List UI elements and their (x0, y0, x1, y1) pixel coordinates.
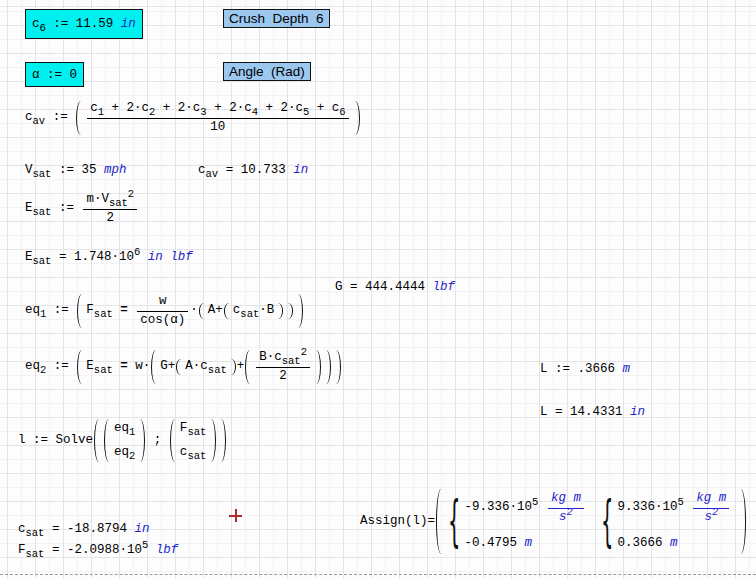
math-run: cav = 10.733 in (198, 163, 308, 179)
math-run: -9.336·105 (465, 500, 546, 516)
math-run: A+ (208, 303, 223, 319)
paren-right (325, 350, 331, 384)
math-run: csat·B (233, 303, 274, 319)
math-run: 0.3666 m (617, 536, 677, 552)
math-run: Fsat = -2.0988·105 lbf (18, 543, 178, 559)
math-run: csat (180, 445, 206, 461)
region-cav-definition[interactable]: cav := c1 + 2·c2 + 2·c3 + 2·c4 + 2·c5 + … (25, 101, 361, 135)
math-run: Esat := (25, 201, 81, 217)
vector-column: eq1 eq2 (113, 419, 136, 462)
solution-column: -9.336·105 kg m s2 -0.4795 m (464, 489, 587, 554)
brace-left: { (601, 493, 613, 549)
math-run: A·csat (185, 359, 226, 375)
fraction-bar (87, 118, 348, 119)
paren-right (297, 294, 303, 328)
paren-right (139, 419, 145, 462)
paren-right (740, 489, 746, 554)
paren-group: B·csat2 2 (245, 350, 321, 384)
paren-group: Fsat csat (170, 419, 216, 462)
paren-left (176, 359, 182, 375)
paren-right (287, 303, 293, 319)
math-run: 2 (107, 211, 115, 227)
region-vsat-definition[interactable]: Vsat := 35 mph (25, 163, 126, 179)
fraction: B·csat2 2 (256, 350, 310, 384)
paren-group: csat·B (224, 303, 283, 319)
paren-right (230, 359, 236, 375)
math-run: kg m (696, 491, 726, 507)
math-run: csat = -18.8794 in (18, 522, 149, 538)
paren-left (77, 294, 83, 328)
math-run: α := 0 (32, 68, 77, 82)
paren-right (277, 303, 283, 319)
paren-left (224, 303, 230, 319)
unit-fraction: kg m s2 (693, 491, 729, 525)
math-run: G = 444.4444 lbf (335, 280, 455, 296)
region-l-result[interactable]: L = 14.4331 in (540, 405, 645, 421)
region-esat-definition[interactable]: Esat := m·Vsat2 2 (25, 192, 139, 226)
region-c6-definition[interactable]: c6 := 11.59 in (25, 9, 143, 39)
insertion-crosshair-icon (229, 509, 242, 522)
math-run: c1 + 2·c2 + 2·c3 + 2·c4 + 2·c5 + c6 (90, 101, 345, 117)
brace-left: { (448, 493, 460, 549)
paren-left (104, 419, 110, 462)
region-cav-result[interactable]: cav = 10.733 in (198, 163, 308, 179)
math-run: Vsat := 35 mph (25, 163, 126, 179)
fraction: w cos(α) (137, 294, 188, 328)
region-alpha-definition[interactable]: α := 0 (25, 62, 84, 87)
math-run: L = 14.4331 in (540, 405, 645, 421)
math-run: Assign(l)= (360, 514, 435, 530)
fraction-bar (548, 508, 584, 509)
mathcad-worksheet: c6 := 11.59 in Crush Depth 6 α := 0 Angl… (0, 0, 756, 579)
page-break-line (0, 574, 756, 575)
paren-left (436, 489, 442, 554)
math-run: eq1 (114, 421, 135, 437)
region-l-definition[interactable]: L := .3666 m (540, 362, 630, 378)
paren-left (170, 419, 176, 462)
math-run: eq1 := (25, 303, 76, 319)
math-run: 10 (210, 120, 225, 136)
region-g-result[interactable]: G = 444.4444 lbf (335, 280, 455, 296)
paren-left (77, 350, 83, 384)
math-run: G+ (160, 359, 175, 375)
paren-group: { -9.336·105 kg m s2 -0.4795 m { 9.336·1… (436, 489, 746, 554)
region-csat-result[interactable]: csat = -18.8794 in (18, 522, 149, 538)
math-run: m·Vsat2 (86, 192, 134, 208)
paren-group: eq1 eq2 (104, 419, 145, 462)
paren-left (76, 101, 82, 135)
math-run: ; (146, 433, 169, 449)
math-run: c6 := 11.59 in (32, 17, 136, 31)
label-angle-rad[interactable]: Angle (Rad) (223, 62, 311, 81)
paren-right (335, 350, 341, 384)
math-run: Fsat (180, 421, 206, 437)
fraction: m·Vsat2 2 (83, 192, 137, 226)
math-run: l := Solve (18, 433, 93, 449)
math-run: 9.336·105 (617, 500, 691, 516)
math-run: cav := (25, 110, 75, 126)
paren-left (94, 419, 100, 462)
paren-group: Fsat = w cos(α) · A+ csat·B (77, 294, 303, 328)
math-run: kg m (551, 491, 581, 507)
paren-group: eq1 eq2 ; Fsat csat (94, 419, 226, 462)
math-run: eq2 (114, 445, 135, 461)
paren-group: A·csat (176, 359, 235, 375)
vector-column: Fsat csat (179, 419, 207, 462)
region-fsat-result[interactable]: Fsat = -2.0988·105 lbf (18, 543, 178, 559)
label-crush-depth[interactable]: Crush Depth 6 (223, 9, 330, 28)
region-eq1-definition[interactable]: eq1 := Fsat = w cos(α) · A+ csat·B (25, 294, 304, 328)
paren-right (315, 350, 321, 384)
paren-left (199, 303, 205, 319)
math-run: Esat = w· (86, 359, 150, 375)
region-eq2-definition[interactable]: eq2 := Esat = w· G+ A·csat + B·csat2 (25, 350, 342, 384)
region-solve-definition[interactable]: l := Solve eq1 eq2 ; Fsat csat (18, 419, 227, 462)
region-assign-result[interactable]: Assign(l)= { -9.336·105 kg m s2 -0.4795 … (360, 489, 747, 554)
math-run: 2 (279, 369, 287, 385)
math-run: Fsat = (86, 303, 135, 319)
math-run: · (190, 303, 198, 319)
region-esat-result[interactable]: Esat = 1.748·106 in lbf (25, 250, 193, 266)
math-run: -0.4795 m (465, 536, 533, 552)
paren-left (151, 350, 157, 384)
paren-group: A+ csat·B (199, 303, 293, 319)
math-run: s2 (559, 510, 573, 526)
math-run: cos(α) (140, 313, 185, 329)
math-run: L := .3666 m (540, 362, 630, 378)
